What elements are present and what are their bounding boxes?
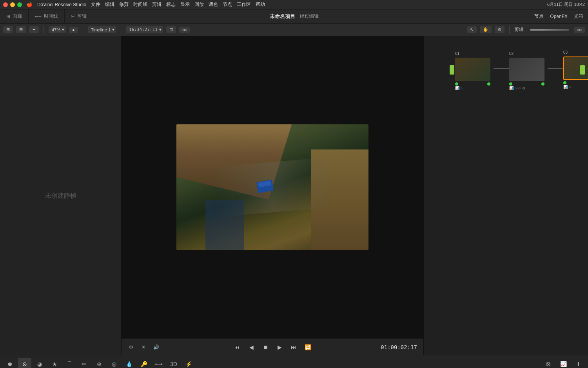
node-02-label: 02 (509, 51, 514, 56)
menu-trim[interactable]: 修剪 (119, 1, 129, 8)
go-to-start-btn[interactable]: ⏮ (232, 342, 242, 352)
timeline-dropdown[interactable]: Timeline 1 ▾ (88, 26, 116, 33)
menu-view[interactable]: 显示 (180, 1, 190, 8)
edit-more-btn[interactable]: ••• (574, 27, 585, 33)
menu-edit[interactable]: 编辑 (105, 1, 114, 8)
toolbar-sep4 (509, 26, 510, 34)
cg-tool-info[interactable]: ℹ (572, 358, 585, 368)
minimize-button[interactable] (10, 2, 15, 7)
project-name: 未命名项目 (270, 13, 295, 20)
node-03-bar-icon: 📊 (563, 85, 568, 89)
cg-tool-stars[interactable]: ★ (48, 358, 61, 368)
nodes-button[interactable]: 节点 (534, 13, 544, 20)
viewer-video[interactable] (122, 36, 423, 338)
node-marker-left (450, 65, 454, 75)
cg-tool-record[interactable]: ⏺ (3, 358, 16, 368)
timecode-display: 16:34:27:11 (129, 27, 158, 32)
menu-help[interactable]: 帮助 (256, 1, 265, 8)
timecode-dropdown[interactable]: 16:34:27:11 ▾ (126, 26, 163, 33)
traffic-lights (3, 2, 22, 7)
node-03-label: 03 (563, 50, 568, 55)
node-02-bar-icon: 📊 (509, 86, 514, 90)
tab-edit-label: 剪辑 (77, 13, 87, 20)
menu-playback[interactable]: 回放 (194, 1, 204, 8)
viewer-controls: ⚙ ✕ 🔊 ⏮ ◀ ⏹ ▶ ⏭ 🔁 01:00:02:17 (122, 338, 423, 355)
viewer-layout-btn[interactable]: ⊞ (3, 26, 13, 33)
menubar-time: 6月11日 周日 18:42 (547, 2, 585, 7)
toolbar-sep1 (44, 26, 44, 34)
menu-color[interactable]: 调色 (209, 1, 218, 8)
timeline-chevron-icon: ▾ (112, 27, 114, 32)
node-02-circle-icon: ○○○ (515, 86, 521, 90)
stop-btn[interactable]: ⏹ (261, 342, 270, 352)
title-center: 未命名项目 经过编辑 (270, 13, 319, 20)
cg-tool-mask[interactable]: ⊕ (93, 358, 106, 368)
node-area[interactable]: 01 📊 ○ (424, 36, 588, 355)
tab-gallery[interactable]: ⊞ 画廊 (0, 9, 29, 23)
lightbox-button[interactable]: 光箱 (574, 13, 583, 20)
zoom-dropdown[interactable]: 47% ▾ (49, 26, 66, 33)
menubar: 🍎 DaVinci Resolve Studio 文件 编辑 修剪 时间线 剪辑… (0, 0, 588, 9)
node-02-in-dot (509, 82, 512, 86)
tab-edit[interactable]: ✂ 剪辑 (65, 9, 93, 23)
cg-tool-fx[interactable]: ⚡ (182, 358, 195, 368)
node-02-gear-icon: ⚙ (522, 86, 525, 90)
more-btn[interactable]: ••• (179, 27, 190, 33)
menu-node[interactable]: 节点 (223, 1, 232, 8)
cut-icon: ⟵ (35, 14, 42, 19)
viewer-grid-btn[interactable]: ⊟ (16, 26, 26, 33)
menu-timeline[interactable]: 时间线 (133, 1, 147, 8)
cg-tool-chart[interactable]: 📈 (557, 358, 570, 368)
still-frame-panel: 未创建静帧 (0, 36, 122, 355)
tab-gallery-label: 画廊 (13, 13, 22, 20)
node-panel: 01 📊 ○ (423, 36, 588, 355)
node-03-eye-icon: ○ (569, 85, 571, 89)
cg-tool-curves[interactable]: ⌒ (63, 358, 76, 368)
node-03-in-dot (563, 81, 566, 84)
node-01-label: 01 (455, 51, 459, 56)
cg-tool-color[interactable]: ◕ (33, 358, 46, 368)
cg-tool-gallery[interactable]: ⊠ (542, 358, 555, 368)
fullscreen-btn[interactable]: ⊡ (166, 26, 176, 33)
edit-slider[interactable] (530, 29, 569, 31)
viewer-settings-btn[interactable]: ⚙ (126, 342, 136, 352)
close-button[interactable] (3, 2, 8, 7)
play-btn[interactable]: ▶ (275, 342, 284, 352)
menu-workspace[interactable]: 工作区 (237, 1, 251, 8)
edit-mode-label: 剪辑 (514, 27, 524, 32)
main-area: 未创建静帧 (0, 36, 588, 355)
openfx-button[interactable]: OpenFX (550, 14, 568, 19)
node-01-in-dot (455, 82, 458, 86)
hand-tool[interactable]: ✋ (480, 26, 492, 33)
crop-tool[interactable]: ⊘ (495, 26, 505, 33)
menu-clip[interactable]: 剪辑 (152, 1, 162, 8)
maximize-button[interactable] (17, 2, 22, 7)
select-tool[interactable]: ↖ (467, 26, 477, 33)
cg-tool-blur[interactable]: ◎ (107, 358, 121, 368)
prev-frame-btn[interactable]: ◀ (247, 342, 256, 352)
menu-file[interactable]: 文件 (91, 1, 100, 8)
cg-tool-key[interactable]: 🔑 (137, 358, 151, 368)
cg-toolbar: ⏺ ⊙ ◕ ★ ⌒ ✏ ⊕ ◎ 💧 🔑 ⟷ 3D ⚡ ⊠ 📈 ℹ (0, 355, 588, 368)
cg-tool-drop[interactable]: 💧 (122, 358, 136, 368)
menu-mark[interactable]: 标志 (166, 1, 176, 8)
node-01[interactable]: 01 📊 ○ (455, 58, 490, 90)
tab-cut-label: 时间线 (44, 13, 58, 20)
viewer-magic-btn[interactable]: ✦ (29, 26, 39, 33)
cg-tool-pen[interactable]: ✏ (78, 358, 91, 368)
cg-tool-viewer[interactable]: ⊙ (18, 358, 31, 368)
zoom-value: 47% (52, 27, 60, 32)
cg-tool-move[interactable]: ⟷ (152, 358, 165, 368)
zoom-chevron-icon: ▾ (62, 27, 64, 32)
tab-cut[interactable]: ⟵ 时间线 (29, 9, 65, 23)
audio-btn[interactable]: 🔊 (151, 342, 161, 352)
node-02[interactable]: 02 📊 ○○○ ⚙ (509, 58, 544, 90)
menu-app[interactable]: DaVinci Resolve Studio (37, 2, 86, 7)
zoom-fit-btn[interactable]: ● (69, 27, 78, 33)
viewer-crop-btn[interactable]: ✕ (139, 342, 148, 352)
next-frame-btn[interactable]: ⏭ (289, 342, 298, 352)
cg-tool-3d[interactable]: 3D (167, 358, 180, 368)
loop-btn[interactable]: 🔁 (303, 342, 312, 352)
menu-apple[interactable]: 🍎 (27, 2, 33, 7)
node-01-bar-icon: 📊 (455, 86, 459, 90)
